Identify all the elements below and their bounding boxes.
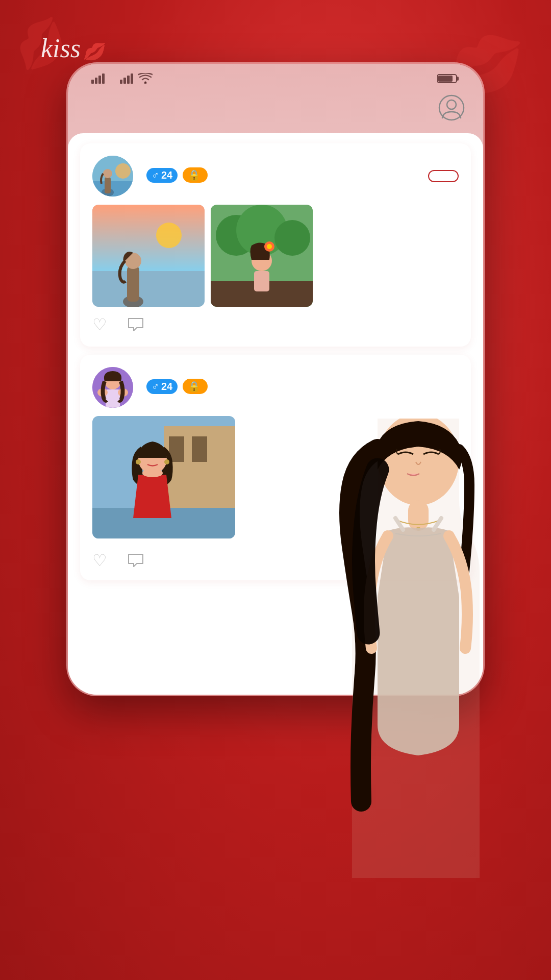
post-header-2: ♂ 24 🔒 [92, 367, 459, 408]
avatar-2 [92, 367, 133, 408]
avatar-image-1 [92, 156, 133, 197]
real-badge-2: 🔒 [183, 379, 208, 394]
post-footer-2: ♡ [92, 547, 459, 570]
heart-icon-2: ♡ [92, 551, 107, 570]
user-info-top-2: ♂ 24 🔒 [141, 379, 208, 394]
gender-icon-1: ♂ [152, 169, 159, 181]
gender-badge-2: ♂ 24 [146, 379, 178, 394]
post-image-1-1 [92, 205, 205, 307]
post-footer-1: ♡ [92, 315, 459, 334]
svg-point-11 [103, 169, 112, 178]
greet-button-1[interactable] [428, 170, 459, 182]
real-icon-2: 🔒 [188, 380, 201, 393]
post-image-2-1 [92, 416, 235, 538]
svg-point-40 [136, 459, 141, 464]
svg-rect-30 [106, 389, 120, 408]
svg-point-5 [447, 100, 456, 109]
posts-area: ♂ 24 🔒 [68, 133, 483, 695]
bar7 [127, 76, 130, 84]
svg-point-22 [274, 220, 310, 256]
svg-rect-2 [457, 77, 459, 81]
header-section: kiss💋 [0, 0, 551, 52]
svg-point-0 [144, 82, 147, 84]
section-label [68, 125, 483, 133]
svg-point-39 [142, 469, 163, 477]
svg-rect-3 [438, 76, 453, 82]
like-action-1[interactable]: ♡ [92, 315, 111, 334]
gender-icon-2: ♂ [152, 381, 159, 393]
user-info-2: ♂ 24 🔒 [141, 379, 208, 396]
comment-icon-1 [128, 317, 144, 332]
bar1 [91, 80, 94, 84]
user-info-top-1: ♂ 24 🔒 [141, 167, 208, 183]
status-bar-left [86, 73, 153, 84]
svg-rect-27 [254, 271, 269, 291]
svg-rect-14 [92, 205, 205, 271]
post-card-2: ♂ 24 🔒 [80, 355, 471, 580]
wifi-icon [138, 73, 153, 84]
post-header-1: ♂ 24 🔒 [92, 156, 459, 197]
user-info-1: ♂ 24 🔒 [141, 167, 208, 185]
svg-rect-17 [127, 266, 139, 302]
battery-icon [437, 73, 460, 84]
avatar-image-2 [92, 367, 133, 408]
user-profile-icon[interactable] [438, 94, 465, 121]
svg-point-26 [267, 244, 272, 249]
svg-rect-13 [92, 271, 205, 307]
bar6 [123, 78, 126, 84]
post-user-2: ♂ 24 🔒 [92, 367, 208, 408]
gender-badge-1: ♂ 24 [146, 168, 178, 183]
comment-action-2[interactable] [128, 553, 148, 568]
real-badge-1: 🔒 [183, 167, 208, 183]
real-icon-1: 🔒 [188, 169, 201, 181]
post-image-1-2 [211, 205, 313, 307]
bar8 [131, 74, 133, 84]
bar4 [102, 74, 105, 84]
kiss-lips-icon: 💋 [83, 42, 104, 61]
avatar-1 [92, 156, 133, 197]
phone-frame: ♂ 24 🔒 [66, 62, 485, 696]
status-bar [68, 64, 483, 89]
kiss-text: kiss💋 [41, 33, 104, 63]
signal-bars-2 [120, 74, 133, 84]
post-img-svg-3 [92, 416, 235, 538]
spacer [68, 580, 483, 621]
bar5 [120, 80, 122, 84]
gender-age-2: 24 [161, 381, 172, 393]
svg-rect-36 [192, 436, 207, 462]
gender-age-1: 24 [161, 169, 172, 181]
app-header [68, 89, 483, 125]
comment-icon-2 [128, 553, 144, 568]
post-img-svg-2 [211, 205, 313, 307]
status-bar-right [437, 73, 465, 84]
comment-action-1[interactable] [128, 317, 148, 332]
heart-icon-1: ♡ [92, 315, 107, 334]
svg-point-41 [164, 459, 169, 464]
post-user-1: ♂ 24 🔒 [92, 156, 208, 197]
svg-point-8 [115, 163, 131, 179]
post-images-1 [92, 205, 459, 307]
post-images-2 [92, 416, 459, 538]
post-img-svg-1 [92, 205, 205, 307]
svg-point-15 [156, 223, 182, 248]
bar3 [98, 76, 101, 84]
post-card-1: ♂ 24 🔒 [80, 143, 471, 347]
svg-rect-10 [105, 177, 111, 193]
bar2 [95, 78, 97, 84]
phone-mockup: ♂ 24 🔒 [66, 62, 485, 696]
signal-bars-1 [91, 74, 105, 84]
like-action-2[interactable]: ♡ [92, 551, 111, 570]
